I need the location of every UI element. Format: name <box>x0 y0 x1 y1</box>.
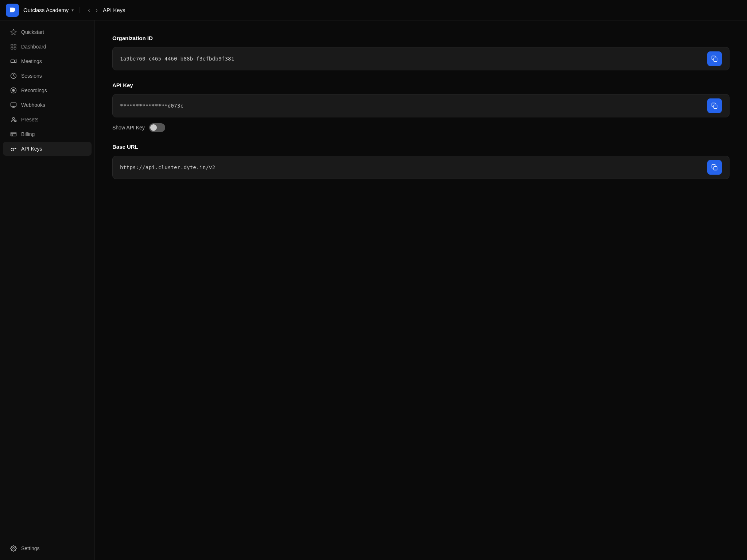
sidebar-item-label: Dashboard <box>21 44 46 50</box>
layout: Quickstart Dashboard Meetings <box>0 20 747 560</box>
svg-point-13 <box>12 117 15 120</box>
billing-icon <box>10 131 17 137</box>
base-url-value: https://api.cluster.dyte.in/v2 <box>120 164 707 170</box>
chevron-down-icon: ▾ <box>71 8 74 13</box>
sidebar-item-recordings[interactable]: Recordings <box>3 83 92 97</box>
main-content: Organization ID 1a9be760-c465-4460-b88b-… <box>95 20 747 560</box>
record-icon <box>10 87 17 94</box>
sidebar-item-dashboard[interactable]: Dashboard <box>3 40 92 54</box>
nav-forward-button[interactable]: › <box>94 5 100 15</box>
svg-point-9 <box>12 89 15 92</box>
key-icon <box>10 145 17 152</box>
org-selector[interactable]: Outclass Academy ▾ <box>23 7 80 13</box>
sidebar-item-label: Meetings <box>21 58 42 64</box>
org-id-label: Organization ID <box>112 35 729 41</box>
show-api-key-toggle[interactable] <box>149 123 165 132</box>
svg-rect-5 <box>11 60 15 63</box>
person-icon <box>10 116 17 123</box>
svg-rect-3 <box>11 47 13 49</box>
svg-rect-4 <box>14 47 16 49</box>
gear-icon <box>10 545 17 552</box>
svg-point-20 <box>11 148 14 151</box>
org-name: Outclass Academy <box>23 7 69 13</box>
star-icon <box>10 29 17 35</box>
svg-marker-0 <box>11 30 16 35</box>
svg-marker-6 <box>15 60 16 63</box>
sidebar-item-label: Quickstart <box>21 29 44 35</box>
svg-rect-1 <box>11 44 13 46</box>
sidebar-item-label: Settings <box>21 545 40 551</box>
nav-back-button[interactable]: ‹ <box>86 5 92 15</box>
org-id-value: 1a9be760-c465-4460-b88b-f3efbdb9f381 <box>120 56 707 62</box>
sidebar-item-label: Recordings <box>21 88 47 93</box>
video-icon <box>10 58 17 65</box>
sidebar-divider <box>6 159 89 159</box>
sidebar-item-label: API Keys <box>21 146 42 152</box>
api-key-value: ***************d073c <box>120 103 707 109</box>
svg-rect-10 <box>11 103 16 106</box>
sidebar-item-webhooks[interactable]: Webhooks <box>3 98 92 112</box>
sidebar: Quickstart Dashboard Meetings <box>0 20 95 560</box>
sidebar-item-quickstart[interactable]: Quickstart <box>3 25 92 39</box>
page-title: API Keys <box>101 7 125 13</box>
sidebar-item-label: Presets <box>21 117 38 122</box>
monitor-icon <box>10 102 17 108</box>
clock-icon <box>10 73 17 79</box>
sidebar-item-label: Sessions <box>21 73 42 79</box>
sidebar-item-meetings[interactable]: Meetings <box>3 54 92 68</box>
svg-rect-19 <box>12 135 13 136</box>
sidebar-item-api-keys[interactable]: API Keys <box>3 142 92 156</box>
app-logo <box>6 4 19 17</box>
sidebar-item-settings[interactable]: Settings <box>3 541 92 555</box>
api-key-box: ***************d073c <box>112 94 729 117</box>
svg-rect-27 <box>714 167 717 170</box>
copy-org-id-button[interactable] <box>707 51 722 66</box>
topbar: Outclass Academy ▾ ‹ › API Keys <box>0 0 747 20</box>
sidebar-item-billing[interactable]: Billing <box>3 127 92 141</box>
show-api-key-label: Show API Key <box>112 125 145 131</box>
copy-api-key-button[interactable] <box>707 98 722 113</box>
svg-rect-25 <box>714 58 717 62</box>
show-api-key-row: Show API Key <box>112 123 729 132</box>
api-key-label: API Key <box>112 82 729 88</box>
org-id-box: 1a9be760-c465-4460-b88b-f3efbdb9f381 <box>112 47 729 70</box>
svg-rect-2 <box>14 44 16 46</box>
dashboard-icon <box>10 43 17 50</box>
sidebar-item-presets[interactable]: Presets <box>3 113 92 127</box>
base-url-box: https://api.cluster.dyte.in/v2 <box>112 156 729 179</box>
sidebar-item-sessions[interactable]: Sessions <box>3 69 92 83</box>
svg-rect-26 <box>714 105 717 109</box>
sidebar-item-label: Billing <box>21 131 35 137</box>
sidebar-item-label: Webhooks <box>21 102 45 108</box>
base-url-label: Base URL <box>112 144 729 150</box>
svg-rect-17 <box>11 132 16 136</box>
svg-point-24 <box>13 548 15 549</box>
breadcrumb-nav: ‹ › API Keys <box>80 5 125 15</box>
copy-base-url-button[interactable] <box>707 160 722 175</box>
